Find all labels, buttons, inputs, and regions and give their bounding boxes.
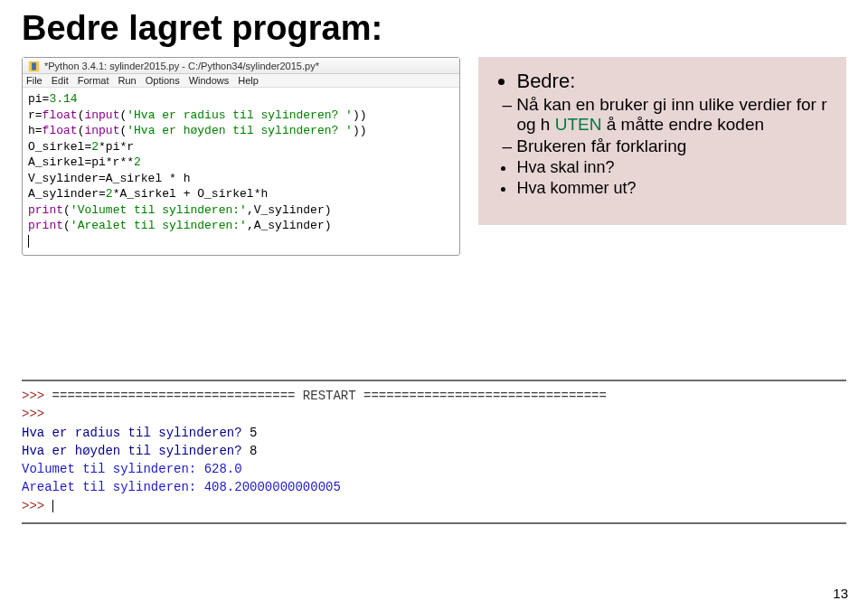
menu-help[interactable]: Help [238,75,259,86]
shell-line: Volumet til sylinderen: 628.0 [22,462,242,476]
shell-line: Hva er høyden til sylinderen? [22,444,250,458]
explanation-callout: Bedre: Nå kan en bruker gi inn ulike ver… [478,57,846,225]
shell-output: >>> ================================ RES… [22,380,846,524]
window-title: *Python 3.4.1: sylinder2015.py - C:/Pyth… [44,61,319,71]
idle-editor-window: *Python 3.4.1: sylinder2015.py - C:/Pyth… [22,57,460,256]
code-editor[interactable]: pi=3.14 r=float(input('Hva er radius til… [23,88,459,255]
callout-sub-1: Hva skal inn? [516,158,830,177]
shell-user-input: 8 [250,444,257,458]
callout-item-1: Nå kan en bruker gi inn ulike verdier fo… [516,95,830,135]
slide-title: Bedre lagret program: [22,9,846,48]
menu-windows[interactable]: Windows [189,75,230,86]
menu-format[interactable]: Format [78,75,109,86]
menu-options[interactable]: Options [146,75,180,86]
text-cursor [28,235,29,248]
menu-run[interactable]: Run [118,75,137,86]
python-idle-icon [28,60,40,71]
shell-prompt: >>> [22,499,52,513]
shell-prompt: >>> [22,407,44,421]
menu-file[interactable]: File [26,75,42,86]
shell-cursor [52,500,53,512]
svg-rect-1 [32,62,36,70]
page-number: 13 [833,586,848,601]
idle-titlebar: *Python 3.4.1: sylinder2015.py - C:/Pyth… [23,58,459,74]
idle-menubar: File Edit Format Run Options Windows Hel… [23,74,459,88]
shell-user-input: 5 [250,426,257,440]
menu-edit[interactable]: Edit [52,75,69,86]
callout-item-2: Brukeren får forklaring [516,136,830,156]
shell-line: Arealet til sylinderen: 408.200000000000… [22,480,341,494]
shell-line: Hva er radius til sylinderen? [22,426,250,440]
callout-header: Bedre: [516,70,830,93]
callout-sub-2: Hva kommer ut? [516,179,830,198]
shell-prompt: >>> [22,389,52,403]
shell-restart: ================================ RESTART… [52,389,607,403]
